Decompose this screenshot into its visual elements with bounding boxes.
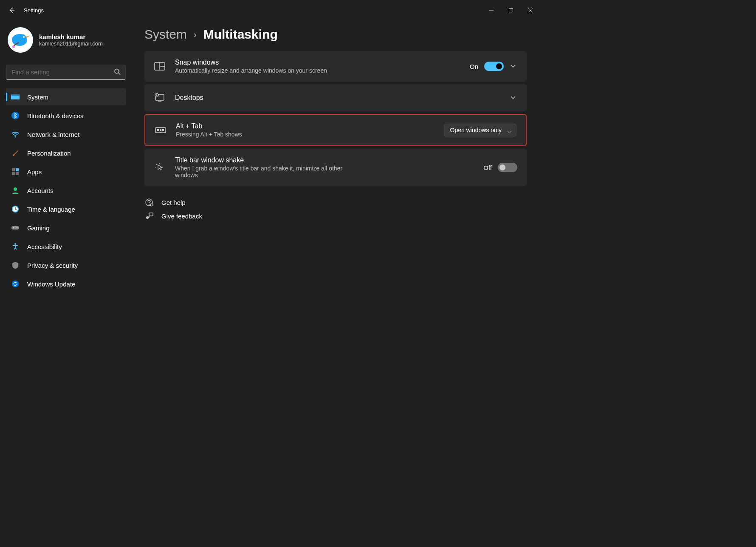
sidebar-item-update[interactable]: Windows Update	[6, 275, 126, 292]
minimize-icon	[489, 8, 494, 13]
svg-point-20	[17, 227, 17, 228]
breadcrumb: System › Multitasking	[144, 27, 527, 42]
setting-subtitle: When I grab a window's title bar and sha…	[175, 165, 345, 179]
snap-layout-icon	[154, 60, 166, 72]
setting-subtitle: Automatically resize and arrange windows…	[175, 67, 328, 74]
svg-point-30	[149, 204, 150, 205]
snap-toggle[interactable]	[484, 62, 504, 71]
sidebar-item-label: Accessibility	[27, 243, 62, 250]
svg-rect-14	[16, 172, 19, 175]
sidebar-item-system[interactable]: System	[6, 88, 126, 105]
update-icon	[11, 280, 20, 288]
setting-title: Alt + Tab	[176, 122, 434, 130]
alt-tab-icon	[155, 124, 166, 136]
user-email: kamlesh2011@gmail.com	[39, 40, 103, 47]
arrow-left-icon	[8, 7, 15, 14]
svg-rect-0	[509, 9, 513, 12]
toggle-state: Off	[483, 164, 492, 171]
sidebar-item-privacy[interactable]: Privacy & security	[6, 257, 126, 274]
desktops-icon	[154, 92, 166, 104]
footer-link-label: Get help	[161, 199, 186, 206]
minimize-button[interactable]	[482, 3, 501, 17]
sidebar-item-label: Bluetooth & devices	[27, 112, 84, 119]
sidebar-item-time[interactable]: Time & language	[6, 201, 126, 218]
sidebar-item-label: Gaming	[27, 224, 50, 232]
system-icon	[11, 93, 20, 101]
svg-point-10	[15, 136, 16, 138]
svg-point-5	[12, 45, 15, 48]
clock-icon	[11, 205, 20, 213]
sidebar-item-label: Privacy & security	[27, 262, 78, 269]
close-icon	[528, 8, 533, 13]
footer-link-label: Give feedback	[161, 213, 202, 220]
shake-toggle[interactable]	[498, 163, 517, 172]
app-title: Settings	[24, 7, 44, 14]
give-feedback-link[interactable]: Give feedback	[144, 212, 527, 220]
chevron-right-icon: ›	[194, 30, 197, 40]
maximize-icon	[508, 8, 513, 13]
alt-tab-dropdown[interactable]: Open windows only	[444, 124, 516, 136]
setting-snap-windows[interactable]: Snap windows Automatically resize and ar…	[144, 51, 527, 82]
shield-icon	[11, 261, 20, 269]
svg-point-22	[12, 281, 19, 287]
setting-subtitle: Pressing Alt + Tab shows	[176, 131, 329, 138]
breadcrumb-parent[interactable]: System	[144, 27, 187, 42]
expand-chevron[interactable]	[510, 94, 517, 102]
expand-chevron[interactable]	[510, 62, 517, 70]
sidebar-item-label: Personalization	[27, 150, 71, 157]
svg-point-4	[23, 36, 25, 38]
search-input[interactable]	[6, 65, 126, 80]
svg-point-9	[11, 112, 19, 119]
sidebar-item-accounts[interactable]: Accounts	[6, 182, 126, 199]
svg-point-6	[115, 69, 119, 74]
sidebar-item-label: Network & internet	[27, 131, 79, 138]
person-icon	[11, 186, 20, 195]
sidebar-item-gaming[interactable]: Gaming	[6, 219, 126, 236]
svg-point-15	[14, 187, 17, 191]
setting-title: Title bar window shake	[175, 156, 474, 164]
svg-rect-29	[162, 129, 164, 131]
svg-rect-33	[149, 213, 153, 216]
svg-rect-28	[160, 129, 161, 131]
dropdown-value: Open windows only	[450, 127, 502, 133]
svg-rect-13	[12, 172, 15, 175]
feedback-icon	[144, 212, 154, 220]
setting-title: Desktops	[175, 94, 500, 102]
svg-rect-18	[11, 226, 19, 230]
svg-point-21	[14, 243, 16, 245]
help-icon	[144, 198, 154, 207]
sidebar-item-bluetooth[interactable]: Bluetooth & devices	[6, 107, 126, 124]
sidebar-item-label: Windows Update	[27, 281, 75, 288]
search-icon	[114, 68, 121, 77]
svg-rect-12	[16, 168, 19, 171]
user-profile[interactable]: kamlesh kumar kamlesh2011@gmail.com	[6, 24, 126, 60]
paintbrush-icon	[11, 149, 20, 157]
page-title: Multitasking	[203, 27, 278, 42]
gamepad-icon	[11, 224, 20, 232]
toggle-state: On	[470, 63, 478, 70]
accessibility-icon	[11, 242, 20, 251]
svg-rect-11	[12, 168, 15, 171]
setting-title: Snap windows	[175, 59, 460, 66]
svg-point-3	[20, 34, 26, 40]
sidebar-item-accessibility[interactable]: Accessibility	[6, 238, 126, 255]
maximize-button[interactable]	[501, 3, 521, 17]
sidebar-item-label: System	[27, 94, 48, 101]
setting-alt-tab[interactable]: Alt + Tab Pressing Alt + Tab shows Open …	[144, 114, 527, 146]
cursor-shake-icon	[154, 162, 166, 173]
wifi-icon	[11, 130, 20, 139]
sidebar-item-label: Time & language	[27, 206, 75, 213]
setting-title-bar-shake[interactable]: Title bar window shake When I grab a win…	[144, 149, 527, 186]
user-name: kamlesh kumar	[39, 33, 103, 40]
get-help-link[interactable]: Get help	[144, 198, 527, 207]
svg-rect-27	[157, 129, 159, 131]
avatar	[8, 27, 33, 53]
close-button[interactable]	[521, 3, 540, 17]
sidebar-item-apps[interactable]: Apps	[6, 163, 126, 180]
sidebar-item-network[interactable]: Network & internet	[6, 126, 126, 143]
setting-desktops[interactable]: Desktops	[144, 84, 527, 111]
sidebar-item-personalization[interactable]: Personalization	[6, 145, 126, 162]
svg-rect-8	[11, 94, 20, 96]
sidebar-item-label: Apps	[27, 168, 42, 176]
back-button[interactable]	[3, 2, 20, 19]
